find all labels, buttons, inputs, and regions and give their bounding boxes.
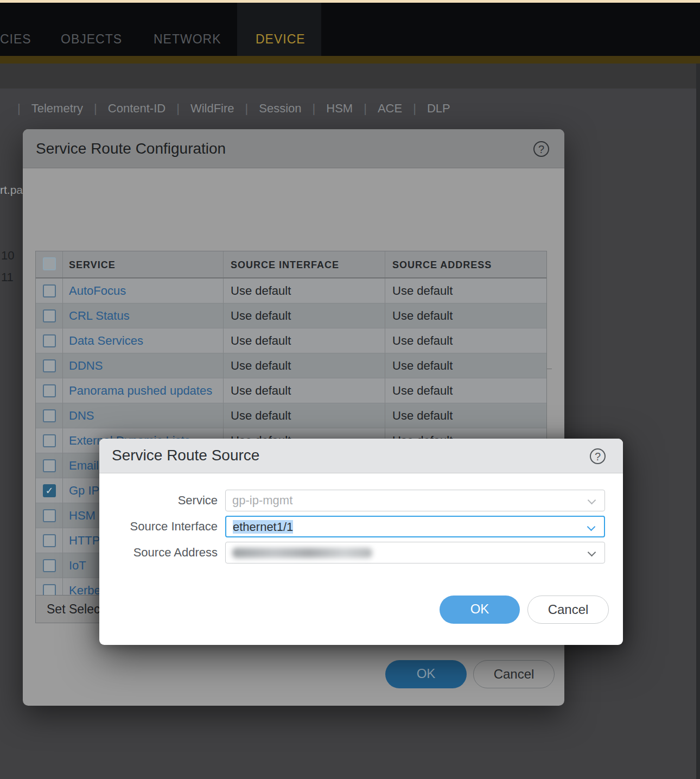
service-link[interactable]: Gp IP: [69, 484, 99, 498]
dialog-title: Service Route Configuration: [36, 140, 226, 157]
column-divider: [385, 328, 385, 353]
row-checkbox[interactable]: [43, 359, 56, 372]
source-address-cell: Use default: [392, 309, 453, 323]
column-header-service[interactable]: SERVICE: [69, 259, 116, 271]
service-value: gp-ip-mgmt: [232, 493, 292, 507]
column-divider: [62, 553, 63, 578]
table-row[interactable]: Data Services Use default Use default: [36, 328, 546, 353]
subnav-separator: |: [176, 102, 180, 116]
row-checkbox[interactable]: [43, 384, 56, 397]
service-link[interactable]: HSM: [69, 509, 96, 523]
background-text-fragment: rt.pa: [0, 183, 23, 197]
column-divider: [62, 303, 63, 328]
column-divider: [223, 403, 224, 428]
row-checkbox[interactable]: [43, 284, 56, 297]
chevron-down-icon: [588, 548, 596, 557]
service-link[interactable]: AutoFocus: [69, 284, 126, 298]
service-route-source-dialog: Service Route Source ? Service gp-ip-mgm…: [99, 439, 623, 645]
service-link[interactable]: CRL Status: [69, 309, 130, 323]
row-checkbox[interactable]: [43, 534, 56, 547]
column-divider: [62, 403, 63, 428]
source-interface-label: Source Interface: [99, 520, 218, 534]
main-nav-bar: CIES OBJECTS NETWORK DEVICE: [0, 3, 700, 56]
nav-item-policies[interactable]: CIES: [0, 3, 31, 56]
source-address-cell: Use default: [392, 409, 453, 423]
column-divider: [223, 278, 224, 303]
column-divider: [62, 428, 63, 453]
column-divider: [223, 251, 224, 277]
column-header-source-address[interactable]: SOURCE ADDRESS: [392, 259, 492, 271]
column-divider: [62, 453, 63, 478]
row-checkbox[interactable]: [43, 334, 56, 347]
nav-item-device[interactable]: DEVICE: [256, 3, 306, 56]
service-field-row: Service gp-ip-mgmt: [99, 490, 623, 511]
cancel-button[interactable]: Cancel: [527, 596, 609, 624]
column-divider: [385, 303, 385, 328]
gold-accent-stripe: [0, 56, 700, 64]
column-divider: [62, 278, 63, 303]
device-subnav: | Telemetry | Content-ID | WildFire | Se…: [0, 88, 700, 129]
subnav-item[interactable]: WildFire: [190, 102, 234, 116]
source-interface-dropdown[interactable]: ethernet1/1: [225, 516, 605, 537]
service-link[interactable]: IoT: [69, 559, 86, 573]
subnav-item[interactable]: Content-ID: [108, 102, 166, 116]
dialog-title: Service Route Source: [112, 447, 259, 464]
source-address-dropdown[interactable]: [225, 542, 605, 563]
row-checkbox[interactable]: [43, 409, 56, 422]
column-divider: [62, 478, 63, 503]
table-row[interactable]: Panorama pushed updates Use default Use …: [36, 378, 546, 403]
table-row[interactable]: CRL Status Use default Use default: [36, 303, 546, 328]
cancel-button[interactable]: Cancel: [473, 660, 555, 688]
row-checkbox[interactable]: [43, 434, 56, 447]
column-divider: [223, 378, 224, 403]
table-row[interactable]: AutoFocus Use default Use default: [36, 278, 546, 303]
ok-button[interactable]: OK: [385, 660, 467, 688]
subnav-separator: |: [364, 102, 367, 116]
service-link[interactable]: Email: [69, 459, 99, 473]
source-address-cell: Use default: [392, 334, 453, 348]
service-link[interactable]: DDNS: [69, 359, 103, 373]
ok-button[interactable]: OK: [440, 596, 520, 624]
subnav-separator: |: [245, 102, 249, 116]
source-address-field-row: Source Address: [99, 542, 623, 563]
subnav-separator: |: [413, 102, 416, 116]
subnav-separator: |: [313, 102, 316, 116]
source-interface-cell: Use default: [231, 359, 291, 373]
background-row-number: 10: [1, 249, 14, 263]
source-address-cell: Use default: [392, 384, 453, 398]
subnav-item[interactable]: DLP: [427, 102, 450, 116]
chevron-down-icon: [587, 523, 596, 531]
service-link[interactable]: HTTP: [69, 534, 100, 548]
service-link[interactable]: DNS: [69, 409, 94, 423]
column-divider: [62, 353, 63, 378]
service-dropdown[interactable]: gp-ip-mgmt: [225, 490, 605, 511]
scrollbar-strip[interactable]: [696, 64, 700, 779]
subnav-item[interactable]: ACE: [378, 102, 402, 116]
nav-item-network[interactable]: NETWORK: [154, 3, 221, 56]
row-checkbox[interactable]: [43, 309, 56, 322]
help-icon[interactable]: ?: [533, 141, 549, 157]
background-row-number: 11: [1, 270, 14, 284]
subnav-item[interactable]: HSM: [326, 102, 353, 116]
source-interface-cell: Use default: [231, 334, 291, 348]
row-checkbox[interactable]: [43, 509, 56, 522]
help-icon[interactable]: ?: [590, 448, 606, 464]
row-checkbox[interactable]: ✓: [43, 484, 56, 497]
service-link[interactable]: Panorama pushed updates: [69, 384, 212, 398]
select-all-checkbox[interactable]: [43, 257, 56, 270]
row-checkbox[interactable]: [43, 559, 56, 572]
service-link[interactable]: Data Services: [69, 334, 143, 348]
dialog-titlebar: Service Route Configuration ?: [23, 129, 564, 168]
table-row[interactable]: DDNS Use default Use default: [36, 353, 546, 378]
source-address-label: Source Address: [99, 546, 218, 560]
table-row[interactable]: DNS Use default Use default: [36, 403, 546, 428]
subnav-item[interactable]: Session: [259, 102, 301, 116]
column-divider: [62, 378, 63, 403]
nav-item-objects[interactable]: OBJECTS: [61, 3, 122, 56]
column-divider: [385, 278, 385, 303]
screen: CIES OBJECTS NETWORK DEVICE | Telemetry …: [0, 0, 700, 779]
column-header-source-interface[interactable]: SOURCE INTERFACE: [231, 259, 339, 271]
row-checkbox[interactable]: [43, 459, 56, 472]
chevron-down-icon: [588, 496, 596, 505]
subnav-item[interactable]: Telemetry: [31, 102, 83, 116]
